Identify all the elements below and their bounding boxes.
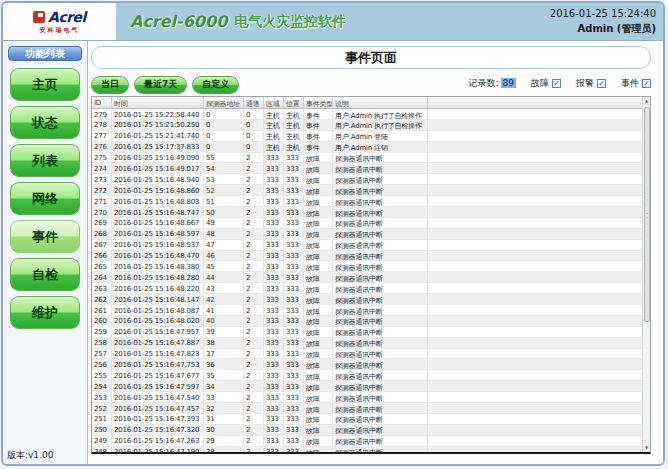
table-row[interactable]: 2582016-01-25 15:16:47.887382333333故障探测器… bbox=[92, 338, 642, 349]
cell: 333 bbox=[284, 272, 304, 282]
column-header-2[interactable]: 探测器地址 bbox=[204, 97, 244, 108]
cell: 0 bbox=[204, 131, 244, 141]
column-header-1[interactable]: 时间 bbox=[112, 97, 204, 108]
column-header-5[interactable]: 位置 bbox=[284, 97, 304, 108]
cell: 探测器通讯中断 bbox=[333, 327, 428, 337]
table-row[interactable]: 2482016-01-25 15:16:47.190282333333故障探测器… bbox=[92, 447, 642, 452]
sidebar-item-home[interactable]: 主页 bbox=[10, 68, 80, 101]
table-row[interactable]: 2522016-01-25 15:16:47.457322333333故障探测器… bbox=[92, 403, 642, 414]
cell: 333 bbox=[264, 283, 284, 293]
table-row[interactable]: 2592016-01-25 15:16:47.957392333333故障探测器… bbox=[92, 327, 642, 338]
table-row[interactable]: 2732016-01-25 15:16:48.940532333333故障探测器… bbox=[92, 174, 642, 185]
sidebar-item-event[interactable]: 事件 bbox=[10, 220, 80, 253]
cell: 333 bbox=[284, 305, 304, 315]
filter-today-button[interactable]: 当日 bbox=[91, 76, 129, 94]
table-row[interactable]: 2602016-01-25 15:16:48.020402333333故障探测器… bbox=[92, 316, 642, 327]
cell-filler bbox=[428, 185, 642, 195]
cell: 262 bbox=[92, 294, 112, 304]
filter-custom-button[interactable]: 自定义 bbox=[192, 76, 239, 94]
table-row[interactable]: 2782016-01-25 15:21:50.25000主机主机事件用户:Adm… bbox=[92, 120, 642, 131]
cell: 2 bbox=[244, 359, 264, 369]
cell-filler bbox=[428, 261, 642, 271]
table-row[interactable]: 2612016-01-25 15:16:48.087412333333故障探测器… bbox=[92, 305, 642, 316]
scrollbar-thumb[interactable] bbox=[644, 107, 650, 322]
column-header-6[interactable]: 事件类型 bbox=[304, 97, 333, 108]
cell: 263 bbox=[92, 283, 112, 293]
logged-in-user: Admin (管理员) bbox=[550, 22, 656, 37]
cell: 333 bbox=[284, 196, 304, 206]
acrel-logo: Acrel 安科瑞电气 bbox=[3, 3, 116, 40]
table-row[interactable]: 2652016-01-25 15:16:48.380452333333故障探测器… bbox=[92, 261, 642, 272]
cell: 故障 bbox=[304, 327, 333, 337]
cell: 2016-01-25 15:16:48.860 bbox=[112, 185, 204, 195]
cell: 30 bbox=[204, 425, 244, 435]
fault-checkbox[interactable]: ✓ bbox=[552, 79, 561, 88]
table-row[interactable]: 2762016-01-25 15:17:37.83300主机主机事件用户:Adm… bbox=[92, 142, 642, 153]
table-scrollbar[interactable]: ▲ ▼ bbox=[642, 97, 650, 452]
table-row[interactable]: 2532016-01-25 15:16:47.540332333333故障探测器… bbox=[92, 392, 642, 403]
cell: 333 bbox=[264, 196, 284, 206]
table-row[interactable]: 2632016-01-25 15:16:48.220432333333故障探测器… bbox=[92, 283, 642, 294]
table-row[interactable]: 2502016-01-25 15:16:47.320302333333故障探测器… bbox=[92, 425, 642, 436]
alarm-checkbox[interactable]: ✓ bbox=[597, 79, 606, 88]
table-row[interactable]: 2672016-01-25 15:16:48.537472333333故障探测器… bbox=[92, 240, 642, 251]
table-row[interactable]: 2572016-01-25 15:16:47.823372333333故障探测器… bbox=[92, 349, 642, 360]
column-header-4[interactable]: 区域 bbox=[264, 97, 284, 108]
table-row[interactable]: 2552016-01-25 15:16:47.677352333333故障探测器… bbox=[92, 370, 642, 381]
table-row[interactable]: 2542016-01-25 15:16:47.597342333333故障探测器… bbox=[92, 381, 642, 392]
cell: 333 bbox=[264, 218, 284, 228]
table-row[interactable]: 2792016-01-25 15:22:58.44000主机主机事件用户:Adm… bbox=[92, 109, 642, 120]
filter-last7days-button[interactable]: 最近7天 bbox=[134, 76, 187, 94]
cell-filler bbox=[428, 403, 642, 413]
table-row[interactable]: 2492016-01-25 15:16:47.263292333333故障探测器… bbox=[92, 436, 642, 447]
table-row[interactable]: 2752016-01-25 15:16:49.090552333333故障探测器… bbox=[92, 153, 642, 164]
column-header-7[interactable]: 说明 bbox=[333, 97, 428, 108]
table-row[interactable]: 2622016-01-25 15:16:48.147422333333故障探测器… bbox=[92, 294, 642, 305]
table-row[interactable]: 2512016-01-25 15:16:47.393312333333故障探测器… bbox=[92, 414, 642, 425]
cell: 2016-01-25 15:16:47.887 bbox=[112, 338, 204, 348]
cell-filler bbox=[428, 327, 642, 337]
table-row[interactable]: 2562016-01-25 15:16:47.753362333333故障探测器… bbox=[92, 359, 642, 370]
table-row[interactable]: 2712016-01-25 15:16:48.803512333333故障探测器… bbox=[92, 196, 642, 207]
sidebar-item-network[interactable]: 网络 bbox=[10, 182, 80, 215]
event-checkbox[interactable]: ✓ bbox=[642, 79, 651, 88]
sidebar-item-selfcheck[interactable]: 自检 bbox=[10, 258, 80, 291]
cell: 333 bbox=[264, 251, 284, 261]
column-header-3[interactable]: 通道 bbox=[244, 97, 264, 108]
table-row[interactable]: 2682016-01-25 15:16:48.597482333333故障探测器… bbox=[92, 229, 642, 240]
cell: 2 bbox=[244, 196, 264, 206]
app-title-en: Acrel-6000 bbox=[130, 12, 227, 31]
table-row[interactable]: 2642016-01-25 15:16:48.280442333333故障探测器… bbox=[92, 272, 642, 283]
cell: 333 bbox=[264, 163, 284, 173]
datetime-display: 2016-01-25 15:24:40 bbox=[550, 7, 656, 22]
cell: 2 bbox=[244, 436, 264, 446]
cell: 2 bbox=[244, 305, 264, 315]
cell: 2016-01-25 15:16:47.540 bbox=[112, 392, 204, 402]
cell: 44 bbox=[204, 272, 244, 282]
cell: 333 bbox=[284, 153, 304, 163]
cell: 探测器通讯中断 bbox=[333, 436, 428, 446]
cell: 333 bbox=[284, 251, 304, 261]
table-row[interactable]: 2742016-01-25 15:16:49.017542333333故障探测器… bbox=[92, 163, 642, 174]
cell: 274 bbox=[92, 163, 112, 173]
scroll-up-icon[interactable]: ▲ bbox=[643, 97, 650, 105]
cell-filler bbox=[428, 196, 642, 206]
scroll-down-icon[interactable]: ▼ bbox=[643, 444, 650, 452]
cell: 用户:Admin 执行了自检操作 bbox=[333, 120, 428, 130]
cell: 事件 bbox=[304, 109, 333, 119]
table-row[interactable]: 2702016-01-25 15:16:48.747502333333故障探测器… bbox=[92, 207, 642, 218]
cell: 故障 bbox=[304, 261, 333, 271]
table-row[interactable]: 2662016-01-25 15:16:48.470462333333故障探测器… bbox=[92, 251, 642, 262]
column-header-0[interactable]: ID bbox=[92, 97, 112, 108]
table-row[interactable]: 2722016-01-25 15:16:48.860522333333故障探测器… bbox=[92, 185, 642, 196]
content-area: 功能列表 主页状态列表网络事件自检维护 版本:v1.00 事件页面 当日最近7天… bbox=[3, 41, 663, 465]
cell-filler bbox=[428, 120, 642, 130]
table-row[interactable]: 2772016-01-25 15:21:41.74000主机主机事件用户:Adm… bbox=[92, 131, 642, 142]
cell: 2 bbox=[244, 174, 264, 184]
sidebar-item-list[interactable]: 列表 bbox=[10, 144, 80, 177]
sidebar-item-maintain[interactable]: 维护 bbox=[10, 296, 80, 329]
cell: 264 bbox=[92, 272, 112, 282]
cell: 269 bbox=[92, 218, 112, 228]
sidebar-item-status[interactable]: 状态 bbox=[10, 106, 80, 139]
table-row[interactable]: 2692016-01-25 15:16:48.667492333333故障探测器… bbox=[92, 218, 642, 229]
